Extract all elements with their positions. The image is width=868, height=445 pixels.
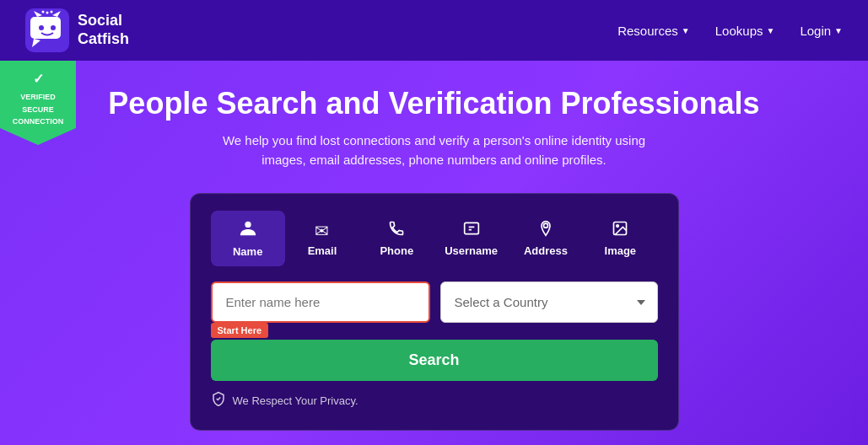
- privacy-text: We Respect Your Privacy.: [233, 394, 359, 407]
- main-content: ✓ VERIFIED SECURE CONNECTION People Sear…: [0, 61, 868, 445]
- logo-icon: [25, 8, 69, 52]
- hero-subtitle: We help you find lost connections and ve…: [207, 131, 662, 169]
- tab-name[interactable]: Name: [211, 211, 285, 266]
- logo-text: Social Catfish: [78, 12, 129, 48]
- image-icon: [612, 220, 628, 241]
- svg-point-7: [46, 12, 49, 14]
- privacy-shield-icon: [211, 391, 226, 410]
- svg-point-4: [51, 25, 56, 30]
- tab-address[interactable]: Address: [509, 211, 583, 266]
- secure-badge: ✓ VERIFIED SECURE CONNECTION: [0, 61, 76, 145]
- svg-point-3: [39, 25, 44, 30]
- chevron-down-icon: ▼: [834, 26, 843, 35]
- svg-point-13: [617, 225, 619, 228]
- location-icon: [537, 220, 554, 241]
- tab-image[interactable]: Image: [583, 211, 657, 266]
- country-select[interactable]: Select a Country United States United Ki…: [440, 281, 658, 323]
- username-icon: [463, 220, 480, 241]
- tab-phone[interactable]: Phone: [359, 211, 434, 266]
- search-button[interactable]: Search: [211, 340, 658, 381]
- privacy-note: We Respect Your Privacy.: [211, 391, 658, 410]
- logo[interactable]: Social Catfish: [25, 8, 129, 52]
- nav-resources[interactable]: Resources ▼: [617, 24, 690, 38]
- hero-title: People Search and Verification Professio…: [108, 86, 759, 121]
- nav-login[interactable]: Login ▼: [800, 24, 843, 38]
- email-icon: ✉: [315, 221, 329, 241]
- svg-point-10: [245, 222, 251, 228]
- shield-icon: ✓: [33, 70, 44, 88]
- chevron-down-icon: ▼: [766, 26, 774, 35]
- svg-point-9: [42, 11, 45, 13]
- chevron-down-icon: ▼: [682, 26, 690, 35]
- header: Social Catfish Resources ▼ Lookups ▼ Log…: [0, 0, 868, 61]
- phone-icon: [388, 220, 405, 241]
- svg-rect-11: [464, 222, 478, 233]
- nav: Resources ▼ Lookups ▼ Login ▼: [617, 24, 843, 38]
- tab-username[interactable]: Username: [434, 211, 508, 266]
- tab-email[interactable]: ✉ Email: [285, 211, 359, 266]
- nav-lookups[interactable]: Lookups ▼: [715, 24, 775, 38]
- search-tabs: Name ✉ Email Phone Username: [211, 211, 658, 266]
- start-here-label: Start Here: [211, 323, 269, 338]
- svg-point-8: [51, 11, 53, 13]
- input-row: Select a Country United States United Ki…: [211, 281, 658, 323]
- person-icon: [239, 219, 257, 242]
- search-btn-row: Search: [211, 340, 658, 381]
- search-card: Name ✉ Email Phone Username: [190, 193, 679, 431]
- name-input[interactable]: [211, 281, 430, 323]
